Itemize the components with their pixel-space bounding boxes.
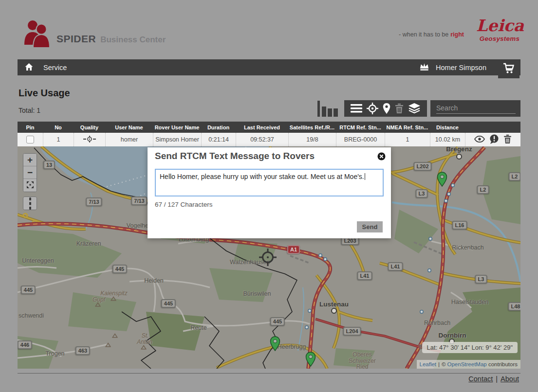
cell-last-received: 09:52:37 (236, 133, 288, 146)
eye-icon[interactable] (474, 136, 485, 144)
map-label: Haselstauden (451, 299, 488, 305)
search-underline (436, 113, 516, 114)
osm-link[interactable]: OpenStreetMap (447, 361, 487, 367)
search-input[interactable] (435, 102, 514, 114)
map-zoom-control: + − (23, 153, 37, 192)
layers-icon[interactable] (408, 103, 421, 114)
home-icon[interactable] (24, 63, 34, 72)
road-badge: L2 (509, 172, 520, 181)
crown-icon (419, 62, 430, 73)
road-badge: L202 (413, 162, 431, 171)
col-duration[interactable]: Duration (201, 122, 236, 133)
zoom-in-button[interactable]: + (23, 154, 37, 166)
map-select-control (23, 196, 37, 210)
cell-rover: Simpson Homer (153, 133, 201, 146)
map-label: Untereggen (22, 257, 54, 264)
chart-bars-icon[interactable] (317, 100, 339, 117)
road-badge: 13 (43, 160, 55, 169)
col-pin[interactable]: Pin (18, 122, 43, 133)
send-button[interactable]: Send (357, 221, 383, 232)
cell-no: 1 (43, 133, 74, 146)
table-row[interactable]: 1 homer Simpson Homer 0:21:14 09:52:37 1… (18, 133, 520, 147)
col-rtcm[interactable]: RTCM Ref. Stn... (336, 122, 385, 133)
road-badge: 445 (161, 299, 176, 308)
leica-tagline: - when it has to beright (399, 31, 464, 38)
city-dot (456, 154, 462, 160)
row-pin-checkbox[interactable] (26, 136, 34, 143)
cart-button[interactable] (498, 59, 519, 78)
map-label: Lustenau (319, 301, 349, 308)
close-icon[interactable] (377, 152, 386, 160)
cell-quality (74, 133, 105, 146)
col-distance[interactable]: Distance (430, 122, 465, 133)
road-badge: L41 (357, 271, 372, 280)
map-label: Rohrbach (424, 320, 450, 326)
spider-business-center-app: SPIDERBusiness Center - when it has to b… (0, 0, 538, 392)
menu-icon[interactable] (351, 104, 362, 113)
col-quality[interactable]: Quality (74, 122, 105, 133)
zoom-out-button[interactable]: − (23, 166, 37, 179)
rover-position-pin[interactable] (305, 352, 316, 367)
cell-actions (465, 133, 520, 146)
message-text: Hello Homer, please hurry up with your s… (160, 173, 364, 180)
rover-position-pin[interactable] (437, 172, 447, 187)
target-icon[interactable] (367, 103, 378, 114)
map-label: schwendi (19, 312, 44, 319)
map-label: Heerbrugg (277, 343, 306, 350)
fullscreen-button[interactable] (23, 179, 37, 192)
select-area-button[interactable] (23, 197, 37, 210)
map-label: Dornbirn (439, 332, 466, 339)
cart-icon (502, 62, 515, 75)
col-nmea[interactable]: NMEA Ref. Stn... (385, 122, 430, 133)
spider-people-logo-icon (21, 18, 54, 51)
about-link[interactable]: About (501, 375, 519, 383)
message-icon[interactable] (489, 134, 499, 145)
page-title: Live Usage (19, 88, 70, 99)
map-label: Heiden (144, 277, 164, 284)
map-label: Kräzeren (76, 240, 101, 247)
coords-readout: Lat: 47° 30' 14" Lon: 9° 42' 29" (422, 342, 518, 353)
col-satellites[interactable]: Satellites Ref./R... (288, 122, 336, 133)
col-user-name[interactable]: User Name (105, 122, 153, 133)
total-count: Total: 1 (19, 107, 40, 114)
col-no[interactable]: No (43, 122, 74, 133)
road-badge: L3 (475, 275, 487, 284)
cell-satellites: 19/8 (288, 133, 336, 146)
cell-rtcm: BREG-0000 (336, 133, 385, 146)
table-header-row: Pin No Quality User Name Rover User Name… (18, 122, 520, 133)
trash-icon[interactable] (395, 103, 404, 114)
road-badge: L3 (416, 189, 428, 198)
peak-triangle-icon (105, 340, 111, 349)
col-last-received[interactable]: Last Received (236, 122, 288, 133)
map-label: Bregenz (446, 146, 472, 153)
peak-triangle-icon (111, 294, 116, 303)
road-badge: L2 (477, 185, 489, 194)
rover-position-pin[interactable] (270, 336, 280, 351)
map-label: St. (142, 332, 149, 339)
road-badge: 7/13 (131, 196, 147, 205)
city-dot (331, 308, 337, 314)
trash-icon[interactable] (503, 134, 512, 145)
map-label: Oberes (352, 351, 371, 358)
message-textarea[interactable]: Hello Homer, please hurry up with your s… (155, 169, 384, 196)
pin-icon[interactable] (383, 103, 390, 114)
search-box (430, 100, 520, 117)
col-actions (465, 122, 520, 133)
leaflet-link[interactable]: Leaflet (420, 361, 437, 367)
col-rover[interactable]: Rover User Name (153, 122, 201, 133)
main-nav: Service Homer Simpson (18, 59, 520, 75)
road-badge: 445 (270, 317, 285, 326)
contact-link[interactable]: Contact (468, 375, 493, 383)
user-menu[interactable]: Homer Simpson (436, 64, 486, 71)
road-badge: L16 (452, 221, 467, 230)
nav-item-service[interactable]: Service (43, 64, 67, 71)
map-attribution: Leaflet|©OpenStreetMap contributors (417, 360, 521, 369)
peak-triangle-icon (112, 331, 118, 340)
quality-fix-icon (83, 135, 96, 144)
tagline-accent: right (450, 31, 464, 38)
road-badge: 445 (21, 285, 36, 294)
select-area-icon (29, 197, 31, 210)
text-caret (365, 173, 365, 180)
road-badge: 445 (112, 265, 127, 273)
road-badge: 7/13 (86, 197, 102, 206)
